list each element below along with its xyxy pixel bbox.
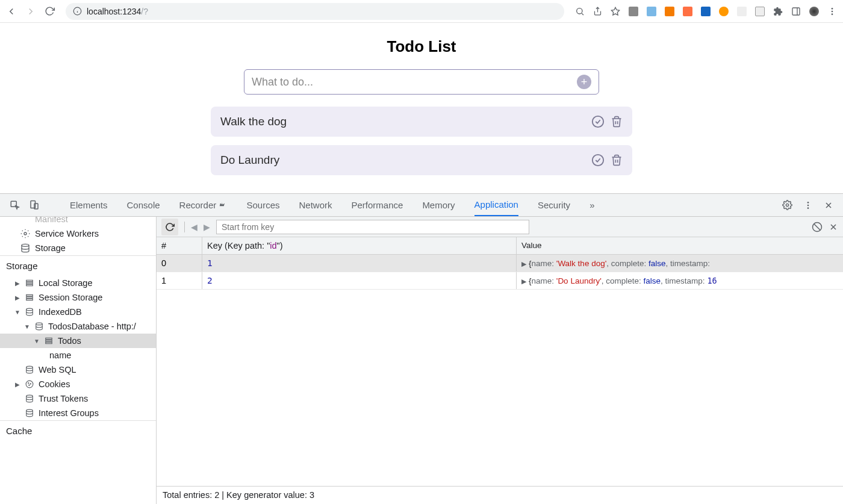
browser-toolbar: localhost:1234/?	[0, 0, 843, 23]
tab-console[interactable]: Console	[127, 194, 160, 216]
extensions-icon[interactable]	[773, 7, 783, 16]
todo-item: Walk the dog	[211, 107, 632, 137]
clear-icon[interactable]	[812, 222, 823, 232]
complete-icon[interactable]	[591, 115, 605, 128]
avatar-icon[interactable]	[809, 7, 819, 16]
sidebar-item-session-storage[interactable]: ▶Session Storage	[0, 290, 156, 305]
col-value[interactable]: Value	[517, 237, 843, 254]
ext-icon[interactable]	[701, 7, 711, 16]
sidebar-item-todos-store[interactable]: ▼Todos	[0, 334, 156, 348]
more-icon[interactable]	[803, 201, 813, 210]
info-icon[interactable]	[73, 7, 82, 16]
sidebar-item-service-workers[interactable]: Service Workers	[0, 226, 156, 241]
table-header: # Key (Key path: "id") Value	[157, 237, 843, 255]
svg-rect-29	[26, 297, 33, 298]
prev-page-icon[interactable]: ◀	[191, 222, 198, 232]
refresh-icon[interactable]	[161, 219, 178, 235]
svg-point-38	[28, 383, 29, 384]
start-from-key-input[interactable]	[216, 220, 529, 234]
svg-point-37	[26, 381, 33, 388]
tab-sources[interactable]: Sources	[246, 194, 279, 216]
svg-point-19	[807, 204, 809, 206]
tab-elements[interactable]: Elements	[70, 194, 108, 216]
svg-point-42	[26, 409, 33, 412]
sidebar-header-storage: Storage	[0, 255, 156, 276]
gear-icon[interactable]	[782, 200, 792, 210]
sidebar-item-web-sql[interactable]: ▶Web SQL	[0, 362, 156, 377]
todo-input[interactable]	[252, 76, 577, 89]
svg-point-18	[807, 202, 809, 204]
col-key[interactable]: Key (Key path: "id")	[202, 237, 517, 254]
delete-icon[interactable]	[611, 115, 623, 128]
svg-point-24	[22, 244, 29, 246]
svg-point-40	[29, 385, 30, 385]
svg-rect-25	[26, 280, 33, 281]
sidebar-item-local-storage[interactable]: ▶Local Storage	[0, 276, 156, 290]
svg-point-10	[832, 10, 833, 12]
devtools-toolbar: ◀ ▶	[157, 217, 843, 237]
svg-point-23	[24, 232, 26, 235]
ext-icon[interactable]	[737, 7, 747, 16]
tab-network[interactable]: Network	[299, 194, 332, 216]
table-row[interactable]: 0 1 ▶{name: 'Walk the dog', complete: fa…	[157, 255, 843, 272]
delete-entry-icon[interactable]	[829, 222, 838, 232]
ext-icon[interactable]	[647, 7, 656, 16]
ext-icon[interactable]	[683, 7, 692, 16]
tab-overflow-icon[interactable]: »	[589, 194, 594, 216]
devtools-sidebar: Manifest Service Workers Storage Storage…	[0, 217, 157, 504]
svg-rect-30	[26, 299, 33, 300]
tab-memory[interactable]: Memory	[422, 194, 455, 216]
svg-point-3	[577, 8, 582, 13]
complete-icon[interactable]	[591, 154, 605, 167]
svg-rect-27	[26, 284, 33, 285]
delete-icon[interactable]	[611, 154, 623, 167]
sidebar-item-indexeddb[interactable]: ▼IndexedDB	[0, 305, 156, 319]
col-index[interactable]: #	[157, 237, 202, 254]
close-icon[interactable]	[824, 201, 833, 210]
sidebar-item-interest-groups[interactable]: ▶Interest Groups	[0, 406, 156, 420]
share-icon[interactable]	[593, 7, 602, 16]
ext-icon[interactable]	[719, 7, 729, 16]
sidebar-item-index-name[interactable]: name	[0, 348, 156, 362]
add-button[interactable]: +	[577, 75, 591, 89]
page-title: Todo List	[211, 37, 632, 56]
svg-point-36	[26, 366, 33, 369]
sidebar-item-cookies[interactable]: ▶Cookies	[0, 377, 156, 391]
sidebar-item-manifest[interactable]: Manifest	[0, 217, 156, 226]
svg-point-9	[832, 8, 833, 10]
ext-icon[interactable]	[755, 7, 765, 16]
page-content: Todo List + Walk the dog Do Laundry	[0, 23, 843, 193]
panel-icon[interactable]	[791, 7, 801, 16]
svg-point-32	[36, 323, 43, 325]
svg-rect-28	[26, 294, 33, 296]
back-icon[interactable]	[6, 6, 17, 17]
reload-icon[interactable]	[45, 6, 55, 16]
svg-point-39	[30, 384, 31, 384]
url-port: 1234	[122, 7, 141, 16]
menu-icon[interactable]	[827, 7, 837, 16]
url-bar[interactable]: localhost:1234/?	[66, 3, 564, 20]
devtools-tabs: Elements Console Recorder Sources Networ…	[0, 194, 843, 217]
sidebar-item-storage[interactable]: Storage	[0, 241, 156, 255]
zoom-icon[interactable]	[575, 7, 585, 16]
ext-icon[interactable]	[665, 7, 674, 16]
device-icon[interactable]	[29, 200, 40, 211]
forward-icon[interactable]	[25, 6, 36, 17]
inspect-icon[interactable]	[10, 200, 20, 211]
svg-rect-35	[46, 342, 52, 343]
ext-icon[interactable]	[629, 7, 638, 16]
sidebar-item-todosdb[interactable]: ▼TodosDatabase - http:/	[0, 319, 156, 334]
sidebar-item-trust-tokens[interactable]: ▶Trust Tokens	[0, 391, 156, 406]
tab-recorder[interactable]: Recorder	[179, 194, 228, 216]
tab-performance[interactable]: Performance	[352, 194, 403, 216]
status-bar: Total entries: 2 | Key generator value: …	[157, 486, 843, 504]
tab-application[interactable]: Application	[474, 194, 518, 216]
todo-text: Do Laundry	[220, 154, 591, 167]
todo-text: Walk the dog	[220, 115, 591, 128]
svg-line-4	[582, 13, 583, 15]
svg-rect-33	[46, 338, 52, 339]
tab-security[interactable]: Security	[538, 194, 570, 216]
next-page-icon[interactable]: ▶	[204, 222, 210, 232]
star-icon[interactable]	[611, 7, 620, 16]
table-row[interactable]: 1 2 ▶{name: 'Do Laundry', complete: fals…	[157, 272, 843, 290]
